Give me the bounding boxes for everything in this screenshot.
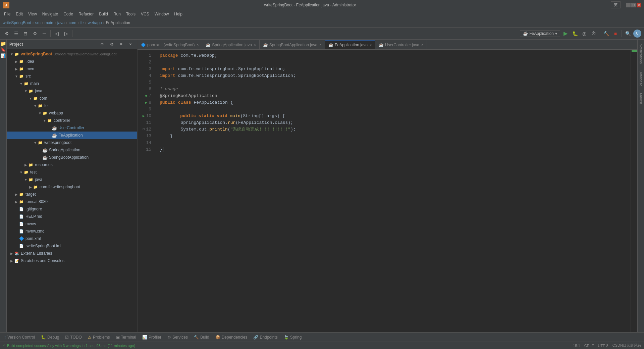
tree-com[interactable]: ▼ 📁 com — [7, 95, 137, 102]
cursor-position[interactable]: 15:1 — [573, 344, 580, 348]
bottom-tab-debug[interactable]: 🐛 Debug — [38, 334, 62, 341]
structure-icon[interactable]: 📊 — [1, 53, 6, 58]
code-area[interactable]: package com.fe.webapp; import com.fe.wri… — [154, 50, 631, 332]
tree-fe[interactable]: ▼ 📁 fe — [7, 102, 137, 109]
sidebar-close-icon[interactable]: × — [126, 40, 135, 48]
menu-window[interactable]: Window — [152, 11, 172, 17]
breadcrumb-project[interactable]: writeSpringBoot — [3, 20, 31, 25]
tree-idea[interactable]: ▶ 📁 .idea — [7, 58, 137, 65]
coverage-button[interactable]: ◎ — [580, 30, 588, 38]
tab-userctrl-close[interactable]: × — [421, 43, 423, 47]
tree-scratches[interactable]: ▶ 📝 Scratches and Consoles — [7, 257, 137, 264]
project-icon[interactable]: 📁 — [1, 41, 6, 46]
menu-refactor[interactable]: Refactor — [76, 11, 96, 17]
breadcrumb-src[interactable]: src — [35, 20, 41, 25]
tree-java[interactable]: ▼ 📁 java — [7, 87, 137, 95]
breadcrumb-java[interactable]: java — [57, 20, 65, 25]
sidebar-sync-icon[interactable]: ⟳ — [98, 40, 106, 48]
tab-usercontroller[interactable]: ☕ UserController.java × — [375, 40, 427, 49]
tree-extlibs[interactable]: ▶ 📚 External Libraries — [7, 250, 137, 257]
collapse-icon[interactable]: ─ — [40, 30, 48, 38]
tree-gitignore[interactable]: ▶ 📄 .gitignore — [7, 205, 137, 213]
sidebar-settings-icon[interactable]: ⚙ — [108, 40, 116, 48]
tree-writespringboot[interactable]: ▼ 📁 writespringboot — [7, 139, 137, 146]
bottom-tab-vcs[interactable]: ↕ Version Control — [1, 334, 38, 341]
debug-button[interactable]: 🐛 — [571, 30, 579, 38]
layout-icon[interactable]: ⊟ — [21, 30, 30, 38]
tree-root[interactable]: ▼ 📁 writeSpringBoot D:\IdeaProjects\Demo… — [7, 50, 137, 58]
tab-springapplication[interactable]: ☕ SpringApplication.java × — [202, 40, 260, 49]
breadcrumb-feapplication[interactable]: FeApplication — [106, 20, 130, 25]
bottom-tab-endpoints[interactable]: 🔗 Endpoints — [251, 334, 280, 341]
sidebar-gear-icon[interactable]: ≡ — [117, 40, 125, 48]
tree-mvn[interactable]: ▶ 📁 .mvn — [7, 65, 137, 72]
bottom-tab-services[interactable]: ⚙ Services — [165, 334, 191, 341]
input-method[interactable]: 英 — [611, 1, 621, 8]
tree-testjava[interactable]: ▼ 📁 java — [7, 176, 137, 183]
tab-springbootapp-close[interactable]: × — [319, 43, 321, 47]
menu-build[interactable]: Build — [96, 11, 111, 17]
close-button[interactable]: ✕ — [637, 3, 641, 7]
bottom-tab-dependencies[interactable]: 📦 Dependencies — [213, 334, 250, 341]
maven-panel[interactable]: Maven — [638, 90, 644, 107]
bottom-tab-terminal[interactable]: ▣ Terminal — [113, 334, 139, 341]
menu-tools[interactable]: Tools — [123, 11, 138, 17]
minimize-button[interactable]: ─ — [626, 3, 631, 7]
tree-main[interactable]: ▼ 📁 main — [7, 80, 137, 87]
profile-button[interactable]: ⏱ — [590, 30, 598, 38]
breadcrumb-com[interactable]: com — [69, 20, 76, 25]
tree-resources[interactable]: ▶ 📁 resources — [7, 161, 137, 168]
tree-mvnw[interactable]: ▶ 📄 mvnw — [7, 220, 137, 228]
tree-test[interactable]: ▼ 📁 test — [7, 168, 137, 176]
bottom-tab-todo[interactable]: ☑ TODO — [62, 334, 84, 341]
menu-navigate[interactable]: Navigate — [40, 11, 61, 17]
tree-src[interactable]: ▼ 📁 src — [7, 72, 137, 80]
menu-edit[interactable]: Edit — [13, 11, 25, 17]
menu-view[interactable]: View — [25, 11, 40, 17]
search-button[interactable]: 🔍 — [624, 30, 632, 38]
tab-feapp-close[interactable]: × — [370, 43, 372, 47]
tab-pomxml-close[interactable]: × — [197, 43, 199, 47]
list-icon[interactable]: ☰ — [12, 30, 20, 38]
tree-tomcat[interactable]: ▶ 📁 tomcat.8080 — [7, 198, 137, 205]
forward-icon[interactable]: ▷ — [62, 30, 70, 38]
tab-springbootapplication[interactable]: ☕ SpringBootApplication.java × — [260, 40, 325, 49]
tree-feapplication[interactable]: ▶ ☕ FeApplication — [7, 132, 137, 139]
run-config-selector[interactable]: ☕ FeApplication ▾ — [520, 30, 560, 37]
config-icon[interactable]: ⚙ — [31, 30, 39, 38]
menu-file[interactable]: File — [1, 11, 13, 17]
bookmark-icon[interactable]: 🔖 — [1, 47, 6, 52]
tree-comfewritespringboot[interactable]: ▶ 📁 com.fe.writespringboot — [7, 183, 137, 191]
breadcrumb-webapp[interactable]: webapp — [88, 20, 102, 25]
bottom-tab-build[interactable]: 🔨 Build — [191, 334, 212, 341]
build-button[interactable]: 🔨 — [602, 30, 610, 38]
bottom-tab-problems[interactable]: ⚠ Problems — [85, 334, 113, 341]
back-icon[interactable]: ◁ — [53, 30, 61, 38]
tree-pomxml[interactable]: ▶ 🔷 pom.xml — [7, 235, 137, 242]
build-status[interactable]: ✓ Build completed successfully with 3 wa… — [3, 343, 135, 348]
tab-feapplication[interactable]: ☕ FeApplication.java × — [325, 40, 375, 49]
menu-code[interactable]: Code — [61, 11, 76, 17]
tree-springbootapplication[interactable]: ▶ ☕ SpringBootApplication — [7, 154, 137, 161]
stop-button[interactable]: ■ — [611, 30, 620, 38]
tree-springapplication[interactable]: ▶ ☕ SpringApplication — [7, 146, 137, 154]
tree-controller[interactable]: ▼ 📁 controller — [7, 117, 137, 124]
tab-pomxml[interactable]: 🔷 pom.xml (writeSpringBoot) × — [138, 40, 202, 49]
tree-webapp[interactable]: ▼ 📁 webapp — [7, 109, 137, 117]
bottom-tab-spring[interactable]: 🍃 Spring — [281, 334, 305, 341]
breadcrumb-fe[interactable]: fe — [80, 20, 84, 25]
tree-usercontroller[interactable]: ▶ ☕ UserController — [7, 124, 137, 132]
charset[interactable]: UTF-8 — [598, 344, 608, 348]
tree-helpmd[interactable]: ▶ 📄 HELP.md — [7, 213, 137, 220]
database-panel[interactable]: Database — [638, 68, 644, 89]
avatar-button[interactable]: U — [633, 30, 641, 38]
breadcrumb-main[interactable]: main — [45, 20, 53, 25]
line-separator[interactable]: CRLF — [584, 344, 594, 348]
tree-mvnwcmd[interactable]: ▶ 📄 mvnw.cmd — [7, 228, 137, 235]
tree-iml[interactable]: ▶ 📄 .writeSpringBoot.iml — [7, 242, 137, 250]
menu-vcs[interactable]: VCS — [138, 11, 152, 17]
bottom-tab-profiler[interactable]: 📊 Profiler — [140, 334, 164, 341]
tab-springapp-close[interactable]: × — [254, 43, 256, 47]
notifications-panel[interactable]: Notifications — [638, 41, 644, 66]
tree-target[interactable]: ▶ 📁 target — [7, 191, 137, 198]
